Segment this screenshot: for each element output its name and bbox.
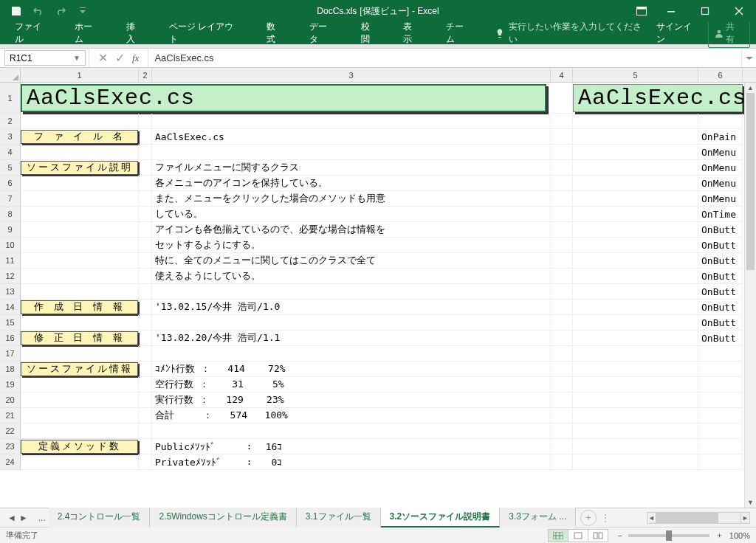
ribbon-display-options-button[interactable] [629, 0, 654, 22]
maximize-button[interactable] [688, 0, 722, 22]
cell[interactable] [551, 346, 573, 362]
cell[interactable]: 修 正 日 情 報 [21, 331, 139, 346]
cell[interactable] [573, 346, 698, 362]
row-header[interactable]: 20 [0, 392, 21, 408]
scroll-left-icon[interactable]: ◄ [647, 513, 656, 523]
cell[interactable] [139, 439, 152, 454]
row-header[interactable]: 23 [0, 439, 21, 454]
sheet-tab[interactable]: 2.4コントロール一覧 [49, 508, 151, 528]
cell[interactable] [139, 129, 152, 145]
save-button[interactable] [6, 2, 27, 20]
qat-customize-icon[interactable] [72, 2, 93, 20]
cell[interactable] [21, 253, 139, 269]
cancel-formula-icon[interactable]: ✕ [98, 51, 108, 65]
column-header[interactable]: 3 [152, 68, 551, 82]
cell[interactable] [21, 284, 139, 300]
cell[interactable]: '13.02.15/今井 浩司/1.0 [152, 300, 551, 315]
cell[interactable]: OnTime [698, 207, 743, 222]
cell[interactable] [152, 145, 551, 160]
cell[interactable] [551, 300, 573, 315]
cell[interactable] [139, 315, 152, 331]
zoom-percent[interactable]: 100% [729, 531, 750, 540]
cell[interactable]: OnButt [698, 315, 743, 331]
row-header[interactable]: 11 [0, 253, 21, 269]
cell[interactable]: OnButt [698, 331, 743, 346]
sheet-tab[interactable]: 3.2ソースファイル説明書 [381, 508, 501, 528]
cell[interactable] [551, 160, 573, 176]
cell[interactable] [139, 346, 152, 362]
cell[interactable] [551, 423, 573, 439]
cell[interactable]: ｺﾒﾝﾄ行数 ： 414 72% [152, 362, 551, 377]
cell[interactable] [551, 408, 573, 423]
scrollbar-thumb[interactable] [746, 93, 755, 270]
cell[interactable] [551, 392, 573, 408]
column-header[interactable]: 1 [21, 68, 139, 82]
cell[interactable] [573, 222, 698, 238]
cell[interactable] [551, 331, 573, 346]
zoom-out-button[interactable]: − [617, 531, 622, 540]
cell[interactable] [21, 269, 139, 284]
undo-button[interactable] [28, 2, 49, 20]
cell[interactable]: セットするようにする。 [152, 238, 551, 253]
tell-me-box[interactable]: 実行したい作業を入力してください [489, 21, 650, 46]
share-button[interactable]: 共有 [708, 18, 750, 48]
cell[interactable]: 使えるようにしている。 [152, 269, 551, 284]
row-header[interactable]: 1 [0, 83, 21, 114]
cell[interactable] [551, 377, 573, 392]
cell[interactable] [551, 362, 573, 377]
cell[interactable] [573, 408, 698, 423]
sheet-tab[interactable]: 2.5Windowsコントロール定義書 [150, 508, 296, 528]
row-header[interactable]: 6 [0, 176, 21, 191]
cell[interactable] [551, 253, 573, 269]
cell[interactable] [698, 392, 743, 408]
cell[interactable] [139, 362, 152, 377]
cell[interactable]: Privateﾒｿｯﾄﾞ ： 0ｺ [152, 454, 551, 470]
cell[interactable] [573, 114, 698, 129]
cell[interactable]: 特に、全てのメニューに関してはこのクラスで全て [152, 253, 551, 269]
row-header[interactable]: 17 [0, 346, 21, 362]
cell[interactable] [573, 129, 698, 145]
cell[interactable] [139, 284, 152, 300]
sheet-nav-next[interactable]: ► [19, 513, 28, 523]
cell[interactable] [139, 454, 152, 470]
cell[interactable]: アイコンも各色揃えているので、必要な場合は情報を [152, 222, 551, 238]
cell[interactable]: OnButt [698, 300, 743, 315]
chevron-down-icon[interactable]: ▼ [73, 54, 80, 62]
cell[interactable] [551, 269, 573, 284]
row-header[interactable]: 3 [0, 129, 21, 145]
cell[interactable] [152, 346, 551, 362]
cell[interactable] [573, 253, 698, 269]
cell[interactable]: 作 成 日 情 報 [21, 300, 139, 315]
cell[interactable] [698, 439, 743, 454]
cell[interactable] [551, 114, 573, 129]
cell[interactable] [573, 191, 698, 207]
cell[interactable]: OnMenu [698, 176, 743, 191]
row-header[interactable]: 9 [0, 222, 21, 238]
cell[interactable]: 合計 ： 574 100% [152, 408, 551, 423]
cell[interactable] [573, 377, 698, 392]
cell[interactable] [21, 207, 139, 222]
scroll-down-icon[interactable]: ▼ [745, 497, 756, 508]
cell[interactable] [139, 377, 152, 392]
cell[interactable] [139, 331, 152, 346]
scrollbar-thumb[interactable] [656, 513, 718, 523]
cell[interactable] [21, 114, 139, 129]
cell[interactable] [551, 207, 573, 222]
cell[interactable]: ファイルメニューに関するクラス [152, 160, 551, 176]
row-header[interactable]: 10 [0, 238, 21, 253]
page-layout-view-button[interactable] [568, 529, 588, 542]
title-banner[interactable]: AaClsExec.cs [21, 84, 546, 112]
cell[interactable] [21, 408, 139, 423]
cell[interactable] [698, 362, 743, 377]
cell[interactable] [551, 176, 573, 191]
expand-formula-bar-button[interactable] [741, 49, 756, 67]
enter-formula-icon[interactable]: ✓ [115, 51, 125, 65]
formula-input[interactable]: AaClsExec.cs [148, 49, 741, 67]
cell[interactable]: OnButt [698, 284, 743, 300]
cell[interactable] [551, 284, 573, 300]
cell[interactable]: AaClsExec.cs [152, 129, 551, 145]
cell[interactable] [698, 346, 743, 362]
cell[interactable] [21, 191, 139, 207]
cell[interactable] [573, 362, 698, 377]
worksheet-grid[interactable]: 1 2 3 4 5 6 1AaClsExec.csAaClsExec.cs23フ… [0, 68, 756, 508]
